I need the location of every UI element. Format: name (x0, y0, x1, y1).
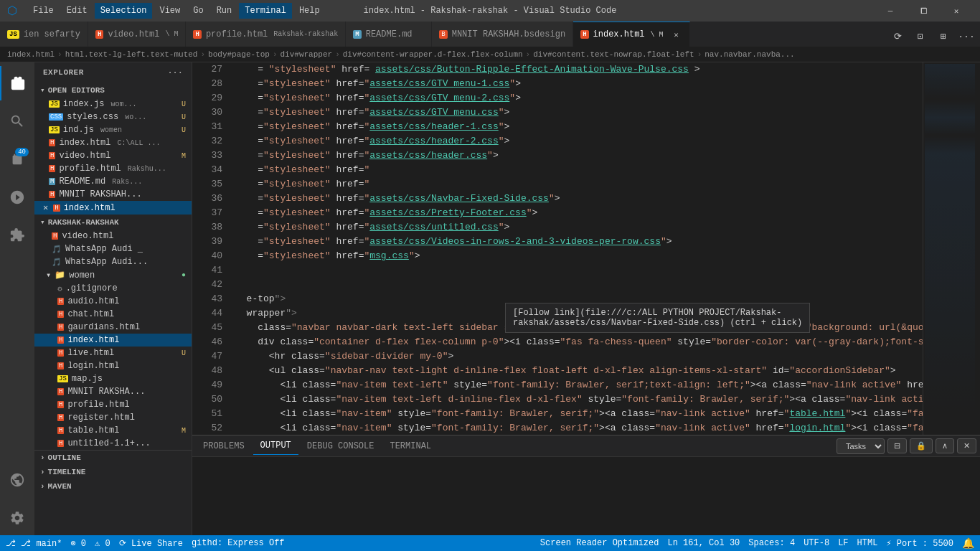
status-line-col[interactable]: Ln 161, Col 30 (667, 538, 740, 548)
open-editor-item-indexhtml1[interactable]: H index.html C:\ALL ... (34, 136, 192, 149)
search-icon[interactable] (0, 104, 34, 138)
breadcrumb-item-7[interactable]: nav.navbar.navba... (705, 50, 794, 59)
line-num-28: 28 (198, 77, 222, 91)
extensions-icon[interactable] (0, 218, 34, 253)
maximize-button[interactable]: ⧠ (907, 0, 940, 22)
status-branch[interactable]: ⎇ ⎇ main* (6, 538, 62, 549)
minimize-button[interactable]: — (874, 0, 907, 22)
panel-tab-debug[interactable]: DEBUG CONSOLE (300, 438, 382, 455)
more-actions-icon[interactable]: ··· (956, 27, 976, 47)
status-language[interactable]: HTML (857, 538, 878, 548)
status-port[interactable]: ⚡ Port : 5500 (886, 538, 953, 549)
timeline-icon[interactable]: ⟳ (887, 27, 908, 47)
project-item-whatsapp2[interactable]: 🎵 WhatsApp Audi... (34, 255, 192, 268)
explorer-icon[interactable] (0, 66, 34, 100)
open-editor-item-indexjs[interactable]: JS index.js wom... U (34, 98, 192, 110)
panel-tab-problems[interactable]: PROBLEMS (196, 438, 252, 455)
project-item-livehtml[interactable]: H live.html U (34, 347, 192, 359)
remote-icon[interactable] (0, 463, 34, 497)
tab-mnnit[interactable]: B MNNIT RAKSHAH.bsdesign (432, 22, 573, 47)
tab-label: ien sefarty (24, 29, 80, 39)
file-name: untitled-1.1+... (67, 438, 150, 448)
menu-go[interactable]: Go (187, 3, 209, 19)
status-errors[interactable]: ⊗ 0 (70, 538, 86, 549)
views-icon[interactable]: ⊞ (933, 27, 953, 47)
project-item-indexhtml[interactable]: H index.html (34, 334, 192, 347)
panel-up-button[interactable]: ∧ (936, 438, 954, 453)
project-item-whatsapp1[interactable]: 🎵 WhatsApp Audi _ (34, 242, 192, 255)
breadcrumb-item-2[interactable]: html.text-lg-left.text-muted (65, 50, 198, 59)
status-githd[interactable]: githd: Express Off (192, 538, 285, 548)
breadcrumb-item-4[interactable]: div#wrapper (281, 50, 333, 59)
status-warnings[interactable]: ⚠ 0 (95, 538, 110, 549)
menu-terminal[interactable]: Terminal (239, 3, 292, 19)
menu-help[interactable]: Help (293, 3, 326, 19)
panel-tab-output[interactable]: OUTPUT (253, 437, 298, 455)
open-editor-item-profilehtml[interactable]: H profile.html Rakshu... (34, 162, 192, 175)
tab-close-button[interactable]: ✕ (671, 29, 682, 40)
project-item-gitignore[interactable]: ⚙ .gitignore (34, 282, 192, 295)
task-selector[interactable]: Tasks (837, 438, 885, 454)
close-button[interactable]: ✕ (940, 0, 973, 22)
panel-tab-terminal[interactable]: TERMINAL (382, 438, 438, 455)
status-spaces[interactable]: Spaces: 4 (748, 538, 795, 548)
project-item-mapjs[interactable]: JS map.js (34, 372, 192, 385)
breadcrumb-item-6[interactable]: div#content.text-nowrap.float-left (533, 50, 694, 59)
tab-readme[interactable]: M README.md (346, 22, 432, 47)
panel-close-button[interactable]: ✕ (957, 438, 976, 453)
open-editor-item-mnnit[interactable]: H MNNIT RAKSHAH... (34, 188, 192, 201)
file-type-bs: H (49, 191, 55, 198)
status-screen-reader[interactable]: Screen Reader Optimized (540, 538, 659, 548)
status-live-share[interactable]: ⟳ Live Share (119, 538, 183, 549)
file-icon-html-h: H (57, 401, 64, 408)
open-editor-item-stylescss[interactable]: CSS styles.css wo... U (34, 110, 192, 123)
tab-icon-html-active: H (580, 30, 588, 39)
project-folder-women[interactable]: ▾ 📁 women ● (34, 268, 192, 282)
breadcrumb-item-3[interactable]: body#page-top (208, 50, 270, 59)
tab-profile-html[interactable]: H profile.html Rakshak-rakshak (186, 22, 346, 47)
menu-file[interactable]: File (27, 3, 60, 19)
code-content[interactable]: = "stylesheet" href= assets/css/Button-R… (228, 62, 923, 435)
status-line-ending[interactable]: LF (838, 538, 848, 548)
project-item-audiohtml[interactable]: H audio.html (34, 295, 192, 308)
open-editor-item-readme[interactable]: M README.md Raks... (34, 175, 192, 188)
open-editors-section[interactable]: ▾ OPEN EDITORS (34, 83, 192, 98)
tab-index-html[interactable]: H index.html \ M ✕ (573, 22, 689, 47)
panel-clear-button[interactable]: ⊟ (887, 438, 907, 453)
tab-video-html[interactable]: H video.html \ M (88, 22, 186, 47)
source-control-icon[interactable]: 40 (0, 142, 34, 176)
explorer-more-icon[interactable]: ··· (168, 68, 183, 77)
notification-icon[interactable]: 🔔 (962, 537, 974, 550)
menu-edit[interactable]: Edit (61, 3, 93, 19)
split-editor-icon[interactable]: ⊡ (910, 27, 930, 47)
project-item-gaurdians[interactable]: H gaurdians.html (34, 321, 192, 334)
status-encoding[interactable]: UTF-8 (804, 538, 829, 548)
project-section[interactable]: ▾ RAKSHAK-RAKSHAK (34, 215, 192, 230)
bottom-panel: PROBLEMS OUTPUT DEBUG CONSOLE TERMINAL T… (192, 435, 980, 535)
breadcrumb-item-1[interactable]: index.html (7, 50, 55, 59)
timeline-section[interactable]: › TIMELINE (34, 465, 192, 479)
project-item-mnnit[interactable]: H MNNIT RAKSHA... (34, 385, 192, 398)
project-item-video[interactable]: H video.html (34, 230, 192, 242)
code-editor[interactable]: 27 28 29 30 31 32 33 34 35 36 37 38 39 4… (192, 62, 980, 435)
open-editor-item-videohtml[interactable]: H video.html M (34, 149, 192, 162)
tab-ien-sefarty[interactable]: JS ien sefarty (0, 22, 88, 47)
close-icon[interactable]: ✕ (43, 202, 48, 213)
project-item-tablehtml[interactable]: H table.html M (34, 424, 192, 437)
outline-section[interactable]: › OUTLINE (34, 451, 192, 465)
project-item-registerhtml[interactable]: H register.html (34, 411, 192, 424)
project-item-loginhtml[interactable]: H login.html (34, 359, 192, 372)
open-editor-item-indexhtml-active[interactable]: ✕ H index.html (34, 201, 192, 215)
menu-view[interactable]: View (154, 3, 186, 19)
open-editor-item-indjs[interactable]: JS ind.js women U (34, 123, 192, 136)
menu-selection[interactable]: Selection (95, 3, 153, 19)
run-debug-icon[interactable] (0, 180, 34, 215)
panel-lock-button[interactable]: 🔒 (910, 438, 933, 453)
settings-icon[interactable] (0, 501, 34, 535)
breadcrumb-item-5[interactable]: div#content-wrapper.d-flex.flex-column (343, 50, 523, 59)
project-item-chathtml[interactable]: H chat.html (34, 308, 192, 321)
menu-run[interactable]: Run (211, 3, 238, 19)
project-item-untitled[interactable]: H untitled-1.1+... (34, 437, 192, 450)
project-item-profilehtml[interactable]: H profile.html (34, 398, 192, 411)
maven-section[interactable]: › MAVEN (34, 479, 192, 494)
